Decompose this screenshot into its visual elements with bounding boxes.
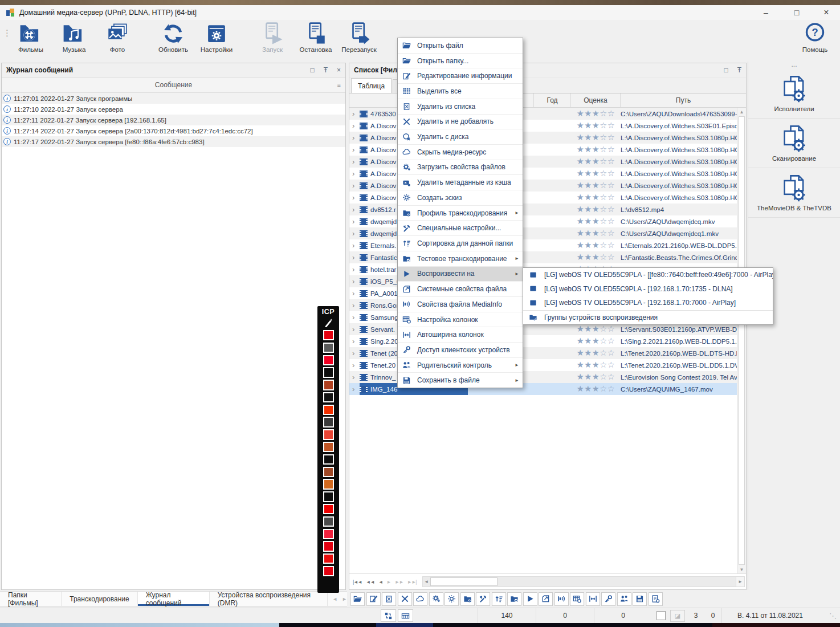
context-menu-item[interactable]: Удалить с диска ► <box>398 129 523 145</box>
expand-chevron-icon[interactable]: › <box>352 265 357 274</box>
horizontal-scroll-thumb[interactable] <box>430 577 498 586</box>
log-row[interactable]: i 11:27:17 2022-01-27 Запуск сервера [fe… <box>2 136 345 147</box>
expand-chevron-icon[interactable]: › <box>352 277 357 286</box>
list-toolbar-button[interactable] <box>398 592 412 606</box>
log-row[interactable]: i 11:27:01 2022-01-27 Запуск программы <box>2 93 345 104</box>
list-toolbar-button[interactable] <box>429 592 443 606</box>
expand-chevron-icon[interactable]: › <box>352 241 357 250</box>
file-rating-stars[interactable]: ★★★☆☆ <box>571 109 621 118</box>
expand-chevron-icon[interactable]: › <box>352 313 357 321</box>
submenu-item[interactable]: Группы устройств воспроизведения <box>523 310 773 325</box>
file-rating-stars[interactable]: ★★★☆☆ <box>571 217 621 226</box>
color-swatch[interactable] <box>323 553 334 564</box>
list-toolbar-button[interactable] <box>570 592 584 606</box>
bottom-tab[interactable]: Папки [Фильмы] <box>0 592 62 606</box>
file-rating-stars[interactable]: ★★★☆☆ <box>571 169 621 178</box>
scroll-down-icon[interactable]: ▼ <box>737 565 746 573</box>
log-row[interactable]: i 11:27:14 2022-01-27 Запуск сервера [2a… <box>2 125 345 136</box>
toolbar-button[interactable]: Обновить <box>152 22 195 59</box>
submenu-item[interactable]: [LG] webOS TV OLED55C9PLA - [192.168.1.7… <box>523 282 773 296</box>
eyedropper-icon[interactable] <box>324 317 333 327</box>
tabs-scroll-right-icon[interactable]: ► <box>342 596 347 602</box>
image-button[interactable]: ◪ <box>670 610 685 622</box>
context-menu-item[interactable]: Удалить метаданные из кэша ► <box>398 175 523 190</box>
file-rating-stars[interactable]: ★★★☆☆ <box>571 181 621 190</box>
list-toolbar-button[interactable] <box>413 592 427 606</box>
color-swatch[interactable] <box>323 380 334 390</box>
expand-chevron-icon[interactable]: › <box>352 289 357 298</box>
color-swatch[interactable] <box>323 504 334 514</box>
toolbar-button[interactable]: Настройки <box>195 22 238 59</box>
list-maximize-icon[interactable]: □ <box>724 66 728 74</box>
sort-icon[interactable]: ≡ <box>337 82 341 88</box>
network-button[interactable] <box>381 609 396 622</box>
status-checkbox[interactable] <box>656 611 666 620</box>
list-toolbar-button[interactable] <box>350 592 365 606</box>
list-toolbar-button[interactable] <box>633 592 647 606</box>
color-swatch[interactable] <box>323 566 334 576</box>
expand-chevron-icon[interactable]: › <box>352 181 357 190</box>
list-pin-icon[interactable]: Ŧ <box>737 66 741 74</box>
submenu-item[interactable]: [LG] webOS TV OLED55C9PLA - [192.168.1.7… <box>523 296 773 310</box>
list-toolbar-button[interactable] <box>617 592 631 606</box>
sidebar-item[interactable]: Сканирование <box>748 119 840 168</box>
columns-button[interactable] <box>398 609 413 622</box>
scroll-left-icon[interactable]: ◄ <box>423 579 430 584</box>
context-menu-item[interactable]: Свойства файла MediaInfo ► <box>398 297 523 312</box>
scroll-right-icon[interactable]: ► <box>736 577 744 587</box>
log-maximize-icon[interactable]: □ <box>310 66 314 74</box>
color-swatch[interactable] <box>323 355 334 365</box>
help-button[interactable]: Помощь <box>794 22 835 59</box>
context-menu-item[interactable]: Автоширина колонок ► <box>398 327 523 343</box>
list-toolbar-button[interactable] <box>492 592 506 606</box>
color-swatch[interactable] <box>323 491 334 502</box>
context-menu-item[interactable]: Выделить все ► <box>398 84 523 99</box>
color-swatch[interactable] <box>323 454 334 465</box>
file-rating-stars[interactable]: ★★★☆☆ <box>571 121 621 130</box>
expand-chevron-icon[interactable]: › <box>352 109 357 118</box>
color-swatch[interactable] <box>323 417 334 427</box>
list-toolbar-button[interactable] <box>539 592 553 606</box>
horizontal-scrollbar[interactable]: ◄ ► <box>422 576 745 587</box>
submenu-item[interactable]: [LG] webOS TV OLED55C9PLA - [[fe80::7640… <box>523 268 773 282</box>
toolbar-button[interactable]: Фильмы <box>9 22 52 59</box>
expand-chevron-icon[interactable]: › <box>352 193 357 202</box>
file-rating-stars[interactable]: ★★★☆☆ <box>571 241 621 250</box>
log-column-header[interactable]: Сообщение ≡ <box>2 78 345 93</box>
color-swatch[interactable] <box>323 429 334 439</box>
context-menu-item[interactable]: Сохранить в файле ► <box>398 373 523 388</box>
context-menu-item[interactable]: Открыть папку... ► <box>398 54 523 69</box>
color-swatch[interactable] <box>323 405 334 415</box>
toolbar-button[interactable]: Запуск <box>251 22 294 59</box>
list-toolbar-button[interactable] <box>445 592 459 606</box>
file-rating-stars[interactable]: ★★★☆☆ <box>571 193 621 202</box>
context-menu-item[interactable]: Скрыть медиа-ресурс ► <box>398 145 523 160</box>
vertical-scrollbar[interactable]: ▲ ▼ <box>737 108 746 573</box>
context-menu-item[interactable]: Загрузить свойства файлов ► <box>398 160 523 176</box>
maximize-button[interactable]: □ <box>787 5 806 20</box>
expand-chevron-icon[interactable]: › <box>352 385 357 393</box>
nav-button[interactable]: |◄◄ <box>353 579 362 585</box>
context-menu-item[interactable]: Открыть файл ► <box>398 38 523 54</box>
expand-chevron-icon[interactable]: › <box>352 157 357 166</box>
expand-chevron-icon[interactable]: › <box>352 373 357 381</box>
column-rating[interactable]: Оценка <box>571 93 621 107</box>
tabs-scroll-left-icon[interactable]: ◄ <box>332 596 337 602</box>
file-rating-stars[interactable]: ★★★☆☆ <box>571 361 621 369</box>
color-swatch[interactable] <box>323 516 334 527</box>
toolbar-button[interactable]: Музыка <box>52 22 96 59</box>
expand-chevron-icon[interactable]: › <box>352 253 357 262</box>
file-rating-stars[interactable]: ★★★☆☆ <box>571 325 621 333</box>
log-pin-icon[interactable]: Ŧ <box>324 66 328 74</box>
scroll-up-icon[interactable]: ▲ <box>737 108 746 116</box>
list-toolbar-button[interactable] <box>507 592 521 606</box>
context-menu-item[interactable]: Тестовое транскодирование ► <box>398 251 523 267</box>
expand-chevron-icon[interactable]: › <box>352 325 357 333</box>
nav-button[interactable]: ◄◄ <box>366 579 374 585</box>
file-rating-stars[interactable]: ★★★☆☆ <box>571 385 621 393</box>
color-swatch[interactable] <box>323 442 334 452</box>
context-menu-item[interactable]: Системные свойства файла ► <box>398 282 523 297</box>
list-toolbar-button[interactable] <box>382 592 396 606</box>
expand-chevron-icon[interactable]: › <box>352 301 357 310</box>
context-menu-item[interactable]: Специальные настройки... ► <box>398 221 523 236</box>
